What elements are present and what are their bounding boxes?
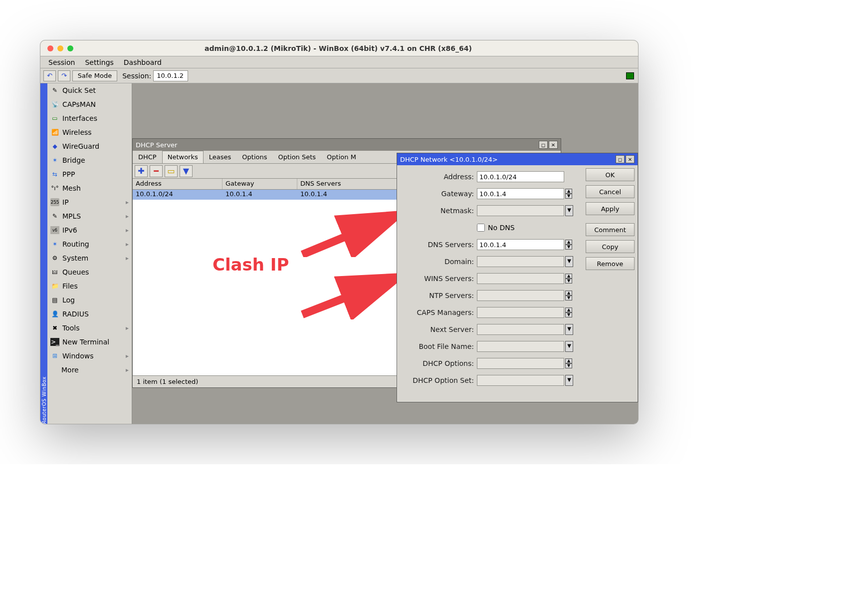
no-dns-checkbox[interactable]	[477, 224, 485, 232]
sidebar-item-queues[interactable]: 🜲Queues	[47, 265, 132, 279]
chevron-right-icon: ▸	[126, 255, 129, 262]
ppp-icon: ⇆	[50, 170, 59, 178]
cell-dns: 10.0.1.4	[297, 190, 330, 200]
sidebar-item-label: Tools	[62, 324, 80, 332]
caps-input[interactable]	[477, 307, 564, 318]
maximize-icon[interactable]: ◻	[539, 141, 548, 149]
dropdown-icon[interactable]: ▼	[565, 341, 573, 352]
minimize-window-button[interactable]	[57, 45, 63, 51]
sidebar-item-more[interactable]: More▸	[47, 363, 132, 377]
dropdown-icon[interactable]: ▼	[565, 324, 573, 335]
sidebar-item-ppp[interactable]: ⇆PPP	[47, 167, 132, 181]
spinner-icon[interactable]: ▲▼	[565, 307, 572, 317]
remove-button[interactable]: ━	[150, 165, 163, 177]
dhcp-options-input[interactable]	[477, 358, 564, 369]
spinner-icon[interactable]: ▲▼	[565, 291, 572, 301]
menu-dashboard[interactable]: Dashboard	[119, 58, 167, 66]
chevron-right-icon: ▸	[126, 324, 129, 331]
sidebar-item-new-terminal[interactable]: >_New Terminal	[47, 335, 132, 349]
sidebar-item-radius[interactable]: 👤RADIUS	[47, 307, 132, 321]
comment-button[interactable]: ▭	[165, 165, 178, 177]
col-address[interactable]: Address	[133, 179, 222, 189]
cancel-button[interactable]: Cancel	[586, 185, 635, 198]
zoom-window-button[interactable]	[67, 45, 73, 51]
sidebar-item-capsman[interactable]: 📡CAPsMAN	[47, 97, 132, 111]
apply-button[interactable]: Apply	[586, 202, 635, 215]
tab-option-matcher[interactable]: Option M	[321, 151, 362, 163]
sidebar-item-interfaces[interactable]: ▭Interfaces	[47, 111, 132, 125]
col-gateway[interactable]: Gateway	[222, 179, 297, 189]
sidebar-item-wireguard[interactable]: ◆WireGuard	[47, 139, 132, 153]
filter-button[interactable]: ▼	[180, 165, 193, 177]
windows-icon: ⊞	[50, 352, 59, 360]
sidebar-item-tools[interactable]: ✖Tools▸	[47, 321, 132, 335]
sidebar-item-mesh[interactable]: °ı°Mesh	[47, 181, 132, 195]
mpls-icon: ✎	[50, 212, 59, 220]
menu-session[interactable]: Session	[43, 58, 80, 66]
gateway-input[interactable]	[477, 188, 564, 199]
netmask-input[interactable]	[477, 205, 564, 216]
wins-input[interactable]	[477, 273, 564, 284]
sidebar-item-wireless[interactable]: 📶Wireless	[47, 125, 132, 139]
sidebar-item-ip[interactable]: 255IP▸	[47, 195, 132, 209]
remove-button[interactable]: Remove	[586, 257, 635, 270]
dhcp-server-title: DHCP Server	[136, 141, 539, 149]
domain-input[interactable]	[477, 256, 564, 267]
dropdown-icon[interactable]: ▼	[565, 375, 573, 386]
boot-file-input[interactable]	[477, 341, 564, 352]
close-icon[interactable]: ✕	[549, 141, 558, 149]
session-address[interactable]: 10.0.1.2	[153, 70, 188, 81]
safe-mode-button[interactable]: Safe Mode	[72, 70, 117, 81]
spinner-icon[interactable]: ▲▼	[565, 189, 572, 199]
tab-option-sets[interactable]: Option Sets	[272, 151, 321, 163]
close-icon[interactable]: ✕	[626, 155, 635, 163]
mesh-icon: °ı°	[50, 184, 59, 192]
dhcp-option-set-input[interactable]	[477, 375, 564, 386]
sidebar-item-system[interactable]: ⚙System▸	[47, 251, 132, 265]
tab-options[interactable]: Options	[236, 151, 272, 163]
ok-button[interactable]: OK	[586, 168, 635, 181]
ntp-input[interactable]	[477, 290, 564, 301]
label-domain: Domain:	[402, 258, 477, 266]
bridge-icon: ✶	[50, 156, 59, 164]
ip-icon: 255	[50, 198, 59, 206]
close-window-button[interactable]	[47, 45, 53, 51]
redo-button[interactable]: ↷	[58, 70, 70, 81]
sidebar-item-windows[interactable]: ⊞Windows▸	[47, 349, 132, 363]
tab-dhcp[interactable]: DHCP	[133, 151, 162, 163]
sidebar-item-ipv6[interactable]: v6IPv6▸	[47, 223, 132, 237]
sidebar-item-files[interactable]: 📁Files	[47, 279, 132, 293]
sidebar-item-bridge[interactable]: ✶Bridge	[47, 153, 132, 167]
dropdown-icon[interactable]: ▼	[565, 205, 573, 216]
cell-gateway: 10.0.1.4	[222, 190, 297, 200]
undo-button[interactable]: ↶	[43, 70, 56, 81]
sidebar-item-label: Files	[62, 282, 78, 290]
annotation-label: Clash IP	[213, 255, 289, 275]
dns-servers-input[interactable]	[477, 239, 564, 250]
dhcp-network-form: Address: Gateway:▲▼ Netmask:▼ No DNS DNS…	[397, 165, 583, 402]
dropdown-icon[interactable]: ▼	[565, 256, 573, 267]
spinner-icon[interactable]: ▲▼	[565, 274, 572, 284]
tab-networks[interactable]: Networks	[162, 151, 204, 163]
sidebar-item-label: Wireless	[62, 128, 92, 136]
tab-leases[interactable]: Leases	[204, 151, 237, 163]
sidebar-item-quick-set[interactable]: ✎Quick Set	[47, 83, 132, 97]
next-server-input[interactable]	[477, 324, 564, 335]
dhcp-network-titlebar[interactable]: DHCP Network <10.0.1.0/24> ◻ ✕	[397, 153, 638, 165]
menu-settings[interactable]: Settings	[80, 58, 118, 66]
sidebar-item-label: Windows	[62, 352, 94, 360]
comment-button[interactable]: Comment	[586, 223, 635, 236]
spinner-icon[interactable]: ▲▼	[565, 240, 572, 250]
sidebar-item-log[interactable]: ▤Log	[47, 293, 132, 307]
spinner-icon[interactable]: ▲▼	[565, 358, 572, 368]
address-input[interactable]	[477, 171, 564, 182]
dhcp-server-titlebar[interactable]: DHCP Server ◻ ✕	[133, 139, 561, 151]
label-wins: WINS Servers:	[402, 275, 477, 283]
maximize-icon[interactable]: ◻	[616, 155, 625, 163]
add-button[interactable]: ✚	[135, 165, 148, 177]
copy-button[interactable]: Copy	[586, 240, 635, 253]
sidebar-item-routing[interactable]: ✶Routing▸	[47, 237, 132, 251]
label-next: Next Server:	[402, 325, 477, 333]
chevron-right-icon: ▸	[126, 227, 129, 234]
sidebar-item-mpls[interactable]: ✎MPLS▸	[47, 209, 132, 223]
